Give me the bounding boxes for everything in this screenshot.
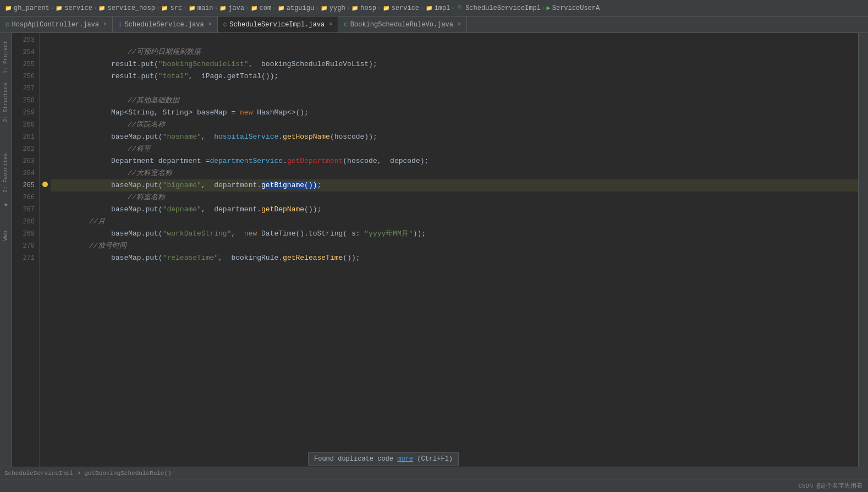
interface-icon: I — [118, 21, 122, 28]
code-line-258: //其他基础数据 — [51, 95, 858, 107]
folder-icon: 📁 — [55, 4, 63, 12]
tab-hosp-api[interactable]: C HospApiController.java × — [0, 17, 113, 32]
code-line-265: baseMap.put("bigname", department.getBig… — [51, 179, 858, 192]
line-numbers: 253 254 255 256 257 258 259 260 261 262 … — [12, 33, 40, 467]
breadcrumb-service-user[interactable]: ▶ ServiceUserA — [547, 4, 600, 12]
code-line-257 — [51, 83, 858, 95]
folder-icon: 📁 — [250, 4, 258, 12]
code-line-256: result.put("total", iPage.getTotal()); — [51, 70, 858, 83]
breadcrumb-schedule-impl[interactable]: © ScheduleServiceImpl — [456, 4, 541, 12]
breadcrumb-impl[interactable]: 📁 impl — [425, 4, 451, 12]
class-icon: C — [6, 21, 9, 28]
code-line-262: //科室 — [51, 143, 858, 155]
class-icon: C — [223, 21, 227, 28]
tab-schedule-service[interactable]: I ScheduleService.java × — [113, 17, 218, 32]
code-line-271: baseMap.put("releaseTime", bookingRule.g… — [51, 252, 858, 264]
code-line-254: //可预约日期规则数据 — [51, 46, 858, 58]
code-editor[interactable]: //可预约日期规则数据 result.put("bookingScheduleL… — [51, 33, 858, 467]
breadcrumb-atguigu[interactable]: 📁 atguigu — [277, 4, 314, 12]
code-line-266: //科室名称 — [51, 192, 858, 204]
tab-close-icon[interactable]: × — [103, 21, 107, 28]
folder-icon: 📁 — [277, 4, 285, 12]
folder-icon: 📁 — [98, 4, 106, 12]
folder-icon: 📁 — [188, 4, 196, 12]
tab-close-icon[interactable]: × — [329, 21, 332, 28]
star-icon: ★ — [4, 200, 8, 209]
sidebar-project-label[interactable]: 1: Project — [2, 37, 10, 77]
bottom-nav-breadcrumb: ScheduleServiceImpl > getBookingSchedule… — [4, 470, 172, 477]
code-line-260: //医院名称 — [51, 119, 858, 131]
folder-icon: 📁 — [4, 4, 12, 12]
folder-icon: 📁 — [320, 4, 328, 12]
warning-gutter — [40, 178, 51, 190]
code-line-264: //大科室名称 — [51, 167, 858, 179]
breadcrumb-src[interactable]: 📁 src — [161, 4, 182, 12]
breadcrumb-java[interactable]: 📁 java — [219, 4, 244, 12]
tab-close-icon[interactable]: × — [458, 21, 461, 28]
code-line-253 — [51, 34, 858, 46]
status-bar: CSDN @这个名字先用着 — [0, 479, 868, 492]
code-line-261: baseMap.put("hosname", hospitalService.g… — [51, 131, 858, 143]
breadcrumb-gh-parent[interactable]: 📁 gh_parent — [4, 4, 50, 12]
breadcrumb-com[interactable]: 📁 com — [250, 4, 272, 12]
breadcrumb-hosp[interactable]: 📁 hosp — [351, 4, 376, 12]
code-line-269: baseMap.put("workDateString", new DateTi… — [51, 228, 858, 240]
popup-more-link[interactable]: more — [397, 455, 413, 463]
tab-schedule-service-impl[interactable]: C ScheduleServiceImpl.java × — [218, 17, 338, 32]
class-icon: C — [344, 21, 348, 28]
sidebar-structure-label[interactable]: 2: Structure — [2, 79, 10, 125]
editor-area: 253 254 255 256 257 258 259 260 261 262 … — [12, 33, 858, 467]
status-right: CSDN @这个名字先用着 — [798, 482, 862, 490]
class-icon: © — [456, 4, 464, 12]
scrollbar-area[interactable] — [858, 33, 868, 467]
warning-dot-icon — [42, 182, 48, 187]
breadcrumb-service[interactable]: 📁 service — [55, 4, 92, 12]
csdn-label: CSDN @这个名字先用着 — [798, 482, 862, 490]
folder-icon: 📁 — [425, 4, 433, 12]
folder-icon: 📁 — [161, 4, 168, 12]
code-line-268: //月 — [51, 216, 858, 228]
sidebar-web-label[interactable]: Web — [2, 227, 10, 244]
code-line-263: Department department =departmentService… — [51, 155, 858, 167]
breadcrumb-yygh[interactable]: 📁 yygh — [320, 4, 345, 12]
code-line-259: Map<String, String> baseMap = new HashMa… — [51, 107, 858, 119]
folder-icon: 📁 — [351, 4, 359, 12]
breadcrumb-service2[interactable]: 📁 service — [382, 4, 419, 12]
code-line-255: result.put("bookingScheduleList", bookin… — [51, 58, 858, 70]
tab-close-icon[interactable]: × — [208, 21, 212, 28]
code-line-267: baseMap.put("depname", department.getDep… — [51, 204, 858, 216]
editor-bottom-nav: ScheduleServiceImpl > getBookingSchedule… — [0, 467, 868, 479]
breadcrumb-main[interactable]: 📁 main — [188, 4, 213, 12]
duplicate-code-popup: Found duplicate code more (Ctrl+F1) — [308, 452, 459, 466]
folder-icon: 📁 — [219, 4, 227, 12]
breadcrumb-bar: 📁 gh_parent › 📁 service › 📁 service_hosp… — [0, 0, 868, 17]
code-line-270: //放号时间 — [51, 240, 858, 252]
tab-booking-schedule-rule-vo[interactable]: C BookingScheduleRuleVo.java × — [338, 17, 467, 32]
tab-bar: C HospApiController.java × I ScheduleSer… — [0, 17, 868, 33]
folder-icon: 📁 — [382, 4, 390, 12]
breadcrumb-service-hosp[interactable]: 📁 service_hosp — [98, 4, 155, 12]
sidebar-favorites-label[interactable]: 2: Favorites — [2, 150, 10, 196]
